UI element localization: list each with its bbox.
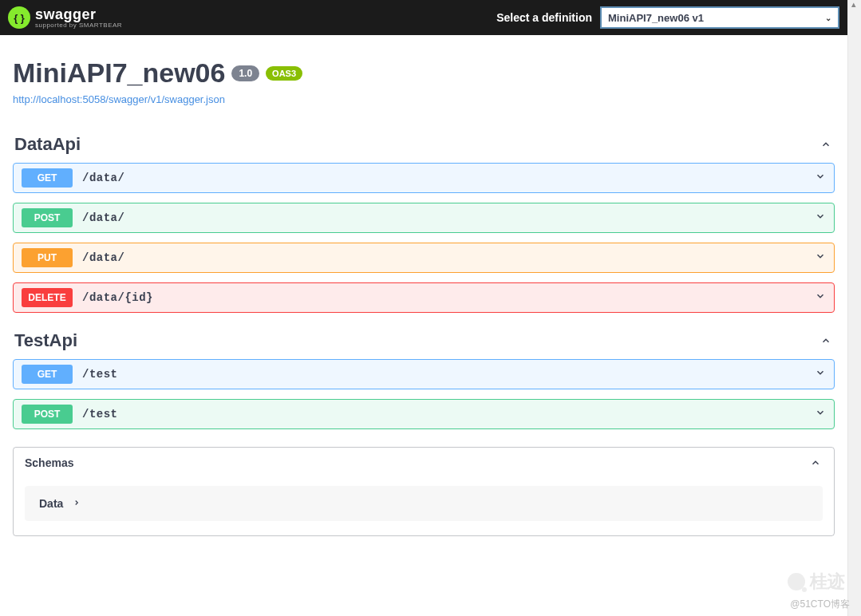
chat-bubble-icon (788, 573, 805, 590)
http-method-badge: GET (22, 168, 73, 188)
definition-label: Select a definition (496, 11, 592, 24)
watermark-logo: 桂迹 (788, 570, 845, 594)
operation-path: /test (82, 368, 815, 381)
logo-subtext: supported by SMARTBEAR (35, 22, 122, 29)
http-method-badge: POST (22, 208, 73, 227)
operation-path: /data/ (82, 172, 815, 184)
swagger-json-link[interactable]: http://localhost:5058/swagger/v1/swagger… (13, 93, 225, 105)
http-method-badge: POST (22, 405, 73, 424)
operation-row[interactable]: PUT/data/ (13, 243, 835, 273)
operation-row[interactable]: POST/data/ (13, 203, 835, 233)
operation-path: /data/ (82, 211, 815, 224)
schemas-title: Schemas (25, 456, 73, 469)
tag-section: TestApiGET/testPOST/test (13, 327, 835, 429)
chevron-down-icon: ⌄ (825, 14, 831, 22)
operation-row[interactable]: GET/data/ (13, 163, 835, 193)
chevron-down-icon (815, 211, 826, 225)
vertical-scrollbar[interactable] (847, 0, 861, 616)
chevron-down-icon (815, 251, 826, 265)
operation-path: /data/{id} (82, 291, 815, 304)
schema-name: Data (39, 497, 63, 510)
watermark-text: @51CTO博客 (790, 598, 850, 611)
tag-header[interactable]: TestApi (13, 327, 835, 359)
tag-section: DataApiGET/data/POST/data/PUT/data/DELET… (13, 131, 835, 313)
api-title: MiniAPI7_new06 (13, 57, 225, 89)
chevron-down-icon (815, 171, 826, 185)
oas-badge: OAS3 (266, 66, 302, 81)
http-method-badge: DELETE (22, 288, 73, 307)
operation-path: /test (82, 408, 815, 421)
version-badge: 1.0 (231, 65, 259, 81)
content: MiniAPI7_new06 1.0 OAS3 http://localhost… (0, 35, 847, 549)
definition-selected: MiniAPI7_new06 v1 (608, 12, 704, 24)
logo-text: swagger (35, 6, 97, 22)
swagger-logo-icon: { } (8, 6, 30, 29)
page-scroll[interactable]: { } swagger supported by SMARTBEAR Selec… (0, 0, 847, 616)
operation-row[interactable]: GET/test (13, 359, 835, 389)
schema-item[interactable]: Data (25, 486, 823, 521)
chevron-up-icon (808, 456, 823, 470)
chevron-down-icon (815, 290, 826, 305)
tag-header[interactable]: DataApi (13, 131, 835, 163)
chevron-down-icon (815, 407, 826, 421)
topbar: { } swagger supported by SMARTBEAR Selec… (0, 0, 847, 35)
title-row: MiniAPI7_new06 1.0 OAS3 (13, 57, 835, 89)
definition-select[interactable]: MiniAPI7_new06 v1 ⌄ (600, 6, 839, 29)
logo: { } swagger supported by SMARTBEAR (8, 6, 122, 29)
chevron-right-icon (73, 498, 81, 509)
schemas-section: Schemas Data (13, 447, 835, 536)
operation-row[interactable]: POST/test (13, 399, 835, 429)
tag-name: TestApi (14, 330, 77, 351)
chevron-up-icon (819, 137, 833, 152)
definition-selector-wrap: Select a definition MiniAPI7_new06 v1 ⌄ (496, 6, 839, 29)
http-method-badge: GET (22, 365, 73, 384)
chevron-down-icon (815, 367, 826, 381)
tag-name: DataApi (14, 134, 81, 155)
chevron-up-icon (819, 334, 833, 348)
operation-path: /data/ (82, 251, 815, 264)
http-method-badge: PUT (22, 248, 73, 267)
schemas-header[interactable]: Schemas (14, 448, 834, 478)
operation-row[interactable]: DELETE/data/{id} (13, 282, 835, 313)
